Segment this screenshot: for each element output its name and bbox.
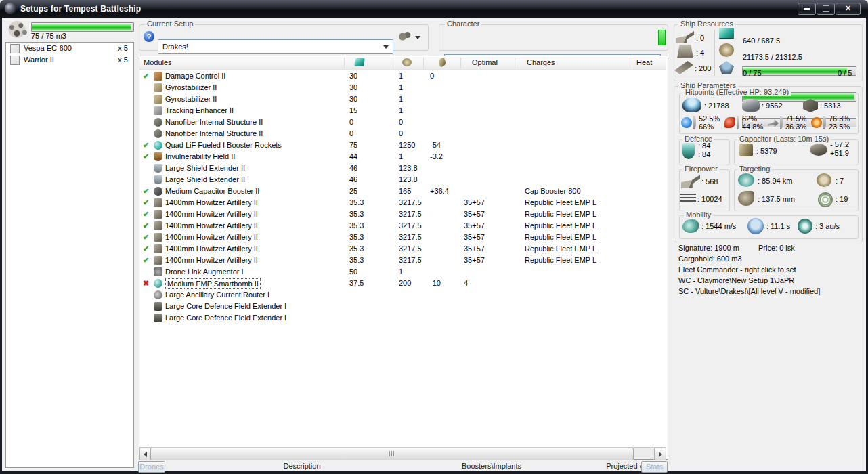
module-row[interactable]: ✖Medium EMP Smartbomb II37.5200-104	[139, 278, 666, 289]
drone-list[interactable]: Vespa EC-600x 5Warrior IIx 5	[5, 42, 134, 468]
scan-resolution-icon	[738, 191, 754, 206]
powergrid-value: 21173.5 / 21312.5	[743, 53, 802, 61]
modules-column-header[interactable]: Modules	[144, 58, 172, 66]
cpu-value: 640 / 687.5	[743, 37, 780, 45]
module-name: Tracking Enhancer II	[165, 105, 234, 116]
module-cpu: 0	[349, 128, 353, 139]
module-row[interactable]: Large Shield Extender II46123.8	[139, 163, 666, 174]
resist-divider	[823, 116, 826, 129]
optimal-column-header[interactable]: Optimal	[472, 58, 498, 66]
module-row[interactable]: ✔Damage Control II3010	[139, 70, 666, 82]
module-powergrid: 0	[399, 116, 403, 128]
armor-resist-value: 23.5%	[829, 123, 850, 131]
drone-list-item[interactable]: Vespa EC-600x 5	[6, 43, 133, 54]
module-charges: Republic Fleet EMP L	[525, 243, 596, 255]
module-row[interactable]: Large Core Defence Field Extender I	[139, 312, 666, 324]
module-row[interactable]: ✔1400mm Howitzer Artillery II35.33217.53…	[139, 243, 666, 255]
fitted-check-icon: ✔	[143, 232, 152, 243]
modules-table-header[interactable]: Modules Optimal Charges Heat	[139, 56, 666, 70]
tab-projected-effects[interactable]: Projected effects	[505, 462, 762, 470]
module-row[interactable]: Nanofiber Internal Structure II00	[139, 128, 666, 139]
module-row[interactable]: Drone Link Augmentor I501	[139, 266, 666, 278]
smartbomb-icon	[154, 279, 162, 288]
current-setup-label: Current Setup	[145, 20, 195, 28]
drone-list-item[interactable]: Warrior IIx 5	[6, 54, 133, 66]
title-bar[interactable]: Setups for Tempest Battleship ✕	[0, 0, 868, 18]
drone-checkbox[interactable]	[10, 56, 20, 65]
close-button[interactable]: ✕	[836, 3, 861, 15]
module-name: Large Shield Extender II	[165, 174, 245, 186]
module-row[interactable]: ✔1400mm Howitzer Artillery II35.33217.53…	[139, 232, 666, 243]
module-cpu: 44	[349, 151, 357, 163]
resistance-cell: 52.5%66%	[681, 114, 724, 131]
shield-resist-value: 76.3%	[829, 114, 850, 123]
module-name: 1400mm Howitzer Artillery II	[165, 243, 258, 255]
current-router-icon	[154, 290, 162, 299]
module-name: Damage Control II	[165, 70, 225, 82]
module-charges: Republic Fleet EMP L	[525, 255, 596, 266]
align-time-value: : 11.1 s	[766, 222, 790, 230]
fleet-commander-line[interactable]: Fleet Commander - right click to set	[678, 265, 796, 274]
module-cpu: 35.3	[349, 243, 364, 255]
module-name: 1400mm Howitzer Artillery II	[165, 255, 258, 266]
resistance-cell: 71.5%36.3%	[768, 114, 811, 131]
drones-button[interactable]: Drones	[138, 461, 165, 473]
current-setup-combobox[interactable]: Drakes!	[158, 39, 393, 54]
scrollbar-thumb[interactable]	[150, 448, 634, 460]
drone-quantity: x 5	[118, 43, 128, 54]
sensor-strength-icon	[818, 192, 833, 207]
help-icon[interactable]: ?	[144, 31, 154, 42]
module-row[interactable]: Large Core Defence Field Extender I	[139, 301, 666, 312]
powergrid-column-icon[interactable]	[402, 58, 412, 66]
tracking-enhancer-icon	[154, 106, 162, 115]
module-row[interactable]: ✔Invulnerability Field II441-3.2	[139, 151, 666, 163]
wing-commander-line[interactable]: WC - Claymore\New Setup 1\JaPR	[678, 276, 794, 284]
module-powergrid: 3217.5	[399, 197, 422, 209]
armor-hp-value: : 9562	[762, 102, 783, 110]
explosive-resist-icon	[724, 117, 735, 128]
module-capacitor: +36.4	[430, 186, 449, 197]
module-name: Gyrostabilizer II	[165, 93, 217, 105]
ship-resources-label: Ship Resources	[678, 20, 735, 28]
module-row[interactable]: Gyrostabilizer II301	[139, 93, 666, 105]
capacitor-in: +51.9	[830, 149, 849, 157]
module-name: 1400mm Howitzer Artillery II	[165, 232, 258, 243]
stats-button[interactable]: Stats	[641, 461, 668, 473]
fitted-check-icon: ✔	[143, 186, 152, 197]
module-row[interactable]: Nanofiber Internal Structure II00	[139, 116, 666, 128]
module-charges: Cap Booster 800	[525, 186, 581, 197]
module-row[interactable]: ✔1400mm Howitzer Artillery II35.33217.53…	[139, 197, 666, 209]
maximize-button[interactable]	[817, 3, 835, 15]
heat-column-header[interactable]: Heat	[636, 58, 652, 66]
module-row[interactable]: ✔1400mm Howitzer Artillery II35.33217.53…	[139, 255, 666, 266]
chevron-down-icon[interactable]	[415, 36, 420, 39]
cpu-column-icon[interactable]	[354, 58, 365, 66]
capacitor-out: - 57.2	[830, 140, 849, 148]
howitzer-icon	[154, 244, 162, 253]
module-row[interactable]: Large Shield Extender II46123.8	[139, 174, 666, 186]
scroll-right-button[interactable]	[654, 448, 666, 460]
h-scrollbar[interactable]	[139, 447, 666, 459]
module-row[interactable]: ✔Quad LiF Fueled I Booster Rockets751250…	[139, 139, 666, 151]
drone-checkbox[interactable]	[10, 44, 20, 53]
module-powergrid: 3217.5	[399, 243, 422, 255]
module-row[interactable]: Gyrostabilizer II301	[139, 82, 666, 93]
cargohold-value: Cargohold: 600 m3	[678, 255, 742, 263]
squad-commander-line[interactable]: SC - Vulture\Drakes!\[All level V - modi…	[678, 287, 820, 295]
module-powergrid: 200	[399, 278, 411, 289]
module-row[interactable]: ✔1400mm Howitzer Artillery II35.33217.53…	[139, 209, 666, 220]
max-targets-value: : 7	[836, 177, 844, 185]
module-powergrid: 1	[399, 266, 403, 278]
capacitor-column-icon[interactable]	[437, 58, 447, 68]
module-row[interactable]: Tracking Enhancer II151	[139, 105, 666, 116]
minimize-icon	[804, 8, 810, 10]
module-row[interactable]: Large Ancillary Current Router I	[139, 289, 666, 301]
module-row[interactable]: ✔Medium Capacitor Booster II25165+36.4Ca…	[139, 186, 666, 197]
charges-column-header[interactable]: Charges	[527, 58, 555, 66]
setup-drone-menu-icon[interactable]	[396, 31, 412, 42]
module-powergrid: 3217.5	[399, 255, 422, 266]
targeting-label: Targeting	[737, 165, 772, 173]
module-row[interactable]: ✔1400mm Howitzer Artillery II35.33217.53…	[139, 220, 666, 232]
drone-link-icon	[154, 267, 162, 276]
minimize-button[interactable]	[798, 3, 816, 15]
